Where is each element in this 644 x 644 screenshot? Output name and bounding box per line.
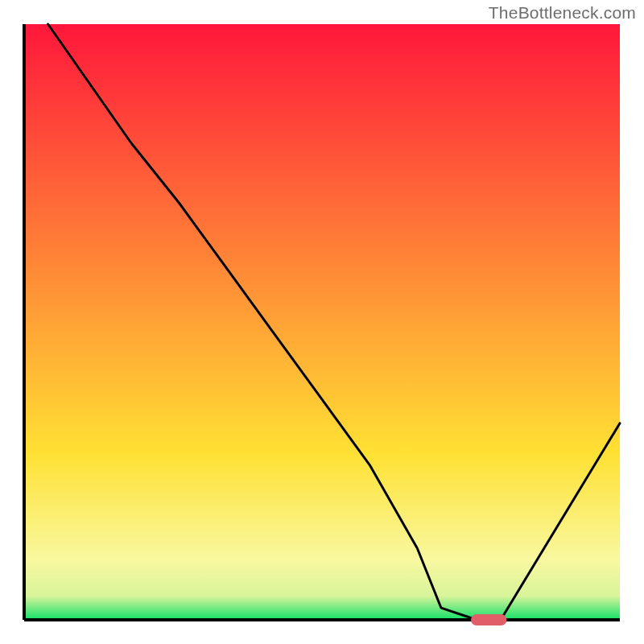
optimal-marker [471, 614, 506, 625]
gradient-background [24, 24, 620, 620]
chart-svg [0, 0, 644, 644]
chart-frame: TheBottleneck.com [0, 0, 644, 644]
plot-area [24, 24, 620, 625]
